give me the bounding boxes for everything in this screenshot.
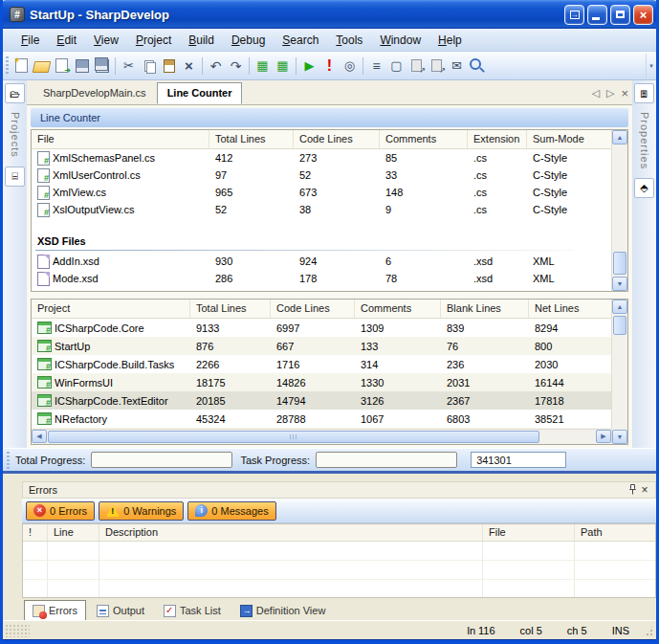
bottom-tab[interactable]: Definition View [231, 600, 335, 621]
table-row[interactable]: Mode.xsd 286 178 78 .xsd XML [32, 270, 611, 287]
column-header[interactable]: Code Lines [271, 300, 355, 318]
run-icon[interactable] [300, 56, 319, 75]
minimize-button[interactable] [587, 5, 607, 25]
column-header[interactable]: Comments [355, 300, 441, 318]
bottom-tab[interactable]: Output [88, 600, 153, 621]
cut-icon[interactable] [120, 56, 138, 75]
document-tab[interactable]: Line Counter [157, 82, 243, 104]
menu-tools[interactable]: Tools [327, 31, 371, 50]
toolbar-separator[interactable] [296, 57, 297, 75]
save-all-icon[interactable] [93, 56, 111, 75]
scroll-down-icon[interactable]: ▼ [612, 277, 627, 291]
bottom-tab[interactable]: Errors [24, 600, 86, 621]
scroll-thumb[interactable] [613, 252, 626, 275]
toolbar-grip[interactable] [6, 56, 9, 76]
toolbar-separator[interactable] [249, 57, 250, 75]
delete-icon[interactable] [180, 56, 198, 75]
menu-window[interactable]: Window [371, 31, 429, 50]
column-header[interactable]: Sum-Mode [527, 130, 611, 148]
send-page2-icon[interactable] [428, 56, 446, 75]
table-row[interactable]: ICSharpCode.Core 9133 6997 1309 839 8294 [32, 319, 611, 337]
step-icon[interactable] [340, 56, 359, 75]
column-header[interactable]: ! [23, 524, 48, 541]
tab-close-icon[interactable] [621, 86, 628, 100]
errors-filter-button[interactable]: 0 Errors [26, 501, 95, 521]
table-row[interactable]: StartUp 876 667 133 76 800 [32, 337, 611, 355]
breakpoint-icon[interactable] [320, 56, 339, 75]
column-header[interactable]: Extension [468, 130, 527, 148]
undo-icon[interactable] [207, 56, 225, 75]
comment-icon[interactable] [253, 56, 272, 75]
format-icon[interactable] [367, 56, 385, 75]
column-header[interactable]: Total Lines [209, 130, 294, 148]
close-button[interactable]: × [633, 5, 653, 25]
open-folder-icon[interactable] [33, 56, 51, 75]
redo-icon[interactable] [227, 56, 245, 75]
table-row[interactable] [32, 218, 611, 231]
scroll-up-icon[interactable]: ▲ [612, 300, 627, 314]
projects-pad-icon[interactable]: 🗁 [5, 83, 25, 103]
warnings-filter-button[interactable]: 0 Warnings [99, 501, 184, 521]
scroll-thumb[interactable] [613, 316, 626, 335]
tab-scroll-right-icon[interactable] [606, 87, 614, 100]
errors-close-icon[interactable]: × [638, 483, 651, 497]
copy-icon[interactable] [140, 56, 158, 75]
toolbar-separator[interactable] [362, 57, 363, 75]
save-icon[interactable] [73, 56, 91, 75]
send-page-icon[interactable] [407, 56, 426, 75]
table-row[interactable]: NRefactory 45324 28788 1067 6803 38521 [32, 410, 611, 428]
column-header[interactable]: Path [575, 524, 655, 541]
column-header[interactable]: Comments [380, 130, 468, 148]
open-file-icon[interactable] [53, 56, 71, 75]
progress-strip-grip[interactable] [7, 452, 10, 469]
projects-table-vscrollbar[interactable]: ▲ ▼ [611, 300, 627, 444]
paste-icon[interactable] [160, 56, 178, 75]
box-icon[interactable] [387, 56, 406, 75]
scroll-up-icon[interactable]: ▲ [612, 130, 627, 144]
document-tab[interactable]: SharpDevelopMain.cs [33, 82, 157, 104]
pin-icon[interactable] [626, 484, 638, 497]
table-row[interactable]: XSD Files [32, 231, 611, 253]
menu-search[interactable]: Search [274, 31, 327, 50]
table-row[interactable]: WinFormsUI 18175 14826 1330 2031 16144 [32, 373, 611, 391]
toolbar-overflow-button[interactable]: ▾ [646, 54, 656, 78]
new-file-icon[interactable] [12, 56, 31, 75]
menu-file[interactable]: File [12, 31, 48, 50]
search-icon[interactable] [468, 56, 486, 75]
table-row[interactable]: XmlSchemasPanel.cs 412 273 85 .cs C-Styl… [32, 149, 611, 167]
uncomment-icon[interactable] [274, 56, 292, 75]
column-header[interactable]: Description [99, 524, 483, 541]
column-header[interactable]: File [32, 130, 209, 148]
scroll-thumb[interactable] [48, 431, 539, 443]
column-header[interactable]: Net Lines [529, 300, 611, 318]
menu-debug[interactable]: Debug [223, 31, 274, 50]
table-row[interactable]: XslOutputView.cs 52 38 9 .cs C-Style [32, 201, 611, 218]
menu-project[interactable]: Project [127, 31, 180, 50]
classes-pad-icon[interactable]: ⌸ [5, 167, 25, 187]
column-header[interactable]: Total Lines [190, 300, 271, 318]
column-header[interactable]: File [483, 524, 575, 541]
column-header[interactable]: Project [32, 300, 190, 318]
table-row[interactable]: ICSharpCode.TextEditor 20185 14794 3126 … [32, 391, 611, 410]
files-table-vscrollbar[interactable]: ▲ ▼ [611, 130, 627, 291]
table-row[interactable]: AddIn.xsd 930 924 6 .xsd XML [32, 253, 611, 270]
column-header[interactable]: Blank Lines [441, 300, 529, 318]
tab-scroll-left-icon[interactable] [591, 87, 599, 100]
sidebar-item-projects[interactable]: Projects [10, 112, 21, 158]
menu-build[interactable]: Build [180, 31, 223, 50]
scroll-down-icon[interactable]: ▼ [612, 430, 627, 444]
bottom-tab[interactable]: Task List [155, 600, 230, 621]
toolbox-pad-icon[interactable]: ⬘ [634, 178, 654, 198]
dock-window-button[interactable]: → [564, 5, 584, 25]
mail-icon[interactable] [448, 56, 466, 75]
maximize-button[interactable] [610, 5, 630, 25]
projects-table-hscrollbar[interactable]: ◀ ▶ [32, 429, 611, 444]
toolbar-separator[interactable] [115, 57, 116, 75]
menu-help[interactable]: Help [429, 31, 471, 50]
table-row[interactable]: XmlView.cs 965 673 148 .cs C-Style [32, 184, 611, 201]
scroll-left-icon[interactable]: ◀ [32, 430, 47, 443]
column-header[interactable]: Code Lines [294, 130, 380, 148]
menu-edit[interactable]: Edit [48, 31, 85, 50]
table-row[interactable]: ICSharpCode.Build.Tasks 2266 1716 314 23… [32, 355, 611, 373]
toolbar-separator[interactable] [202, 57, 203, 75]
